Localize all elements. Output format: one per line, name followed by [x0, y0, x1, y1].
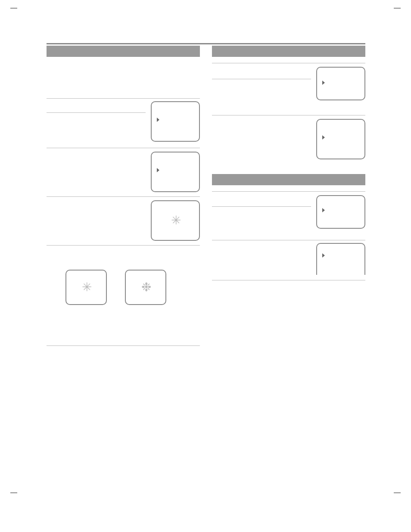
caret-right-icon [322, 253, 325, 258]
display-panel [316, 195, 365, 229]
option-row [47, 148, 200, 196]
display-panel [151, 152, 200, 192]
caret-right-icon [322, 135, 325, 140]
option-row [212, 240, 365, 280]
option-row-pair: ✳︎ ❉ [47, 270, 200, 345]
caret-right-icon [157, 118, 159, 122]
display-panel [316, 67, 365, 100]
option-row [212, 63, 365, 115]
left-column: ✳︎ ✳︎ ❉ [47, 46, 200, 346]
divider [212, 206, 311, 207]
divider [47, 112, 146, 113]
crop-mark [10, 8, 17, 9]
caret-right-icon [322, 208, 325, 212]
divider [212, 280, 365, 280]
snowflake-icon: ✳︎ [82, 281, 91, 293]
display-panel: ✳︎ [65, 270, 107, 305]
option-row [47, 99, 200, 148]
section-header-bar [212, 46, 365, 57]
divider [47, 245, 200, 246]
display-panel [316, 119, 365, 159]
caret-right-icon [157, 168, 159, 172]
divider [47, 345, 200, 346]
divider [212, 79, 311, 79]
option-row [212, 192, 365, 240]
display-panel [316, 243, 365, 275]
snowflake-icon: ❉ [141, 281, 150, 293]
crop-mark [394, 8, 401, 9]
page-content: ✳︎ ✳︎ ❉ [47, 43, 365, 346]
top-rule [47, 43, 365, 44]
crop-mark [10, 492, 17, 493]
display-panel: ✳︎ [151, 200, 200, 241]
caret-right-icon [322, 81, 325, 85]
section-header-bar [47, 46, 200, 57]
display-panel: ❉ [125, 270, 166, 305]
section-header-bar [212, 174, 365, 185]
display-panel [151, 101, 200, 142]
option-row [212, 115, 365, 165]
right-column [212, 46, 365, 346]
snowflake-icon: ✳︎ [171, 215, 180, 227]
option-row: ✳︎ [47, 197, 200, 245]
crop-mark [394, 492, 401, 493]
